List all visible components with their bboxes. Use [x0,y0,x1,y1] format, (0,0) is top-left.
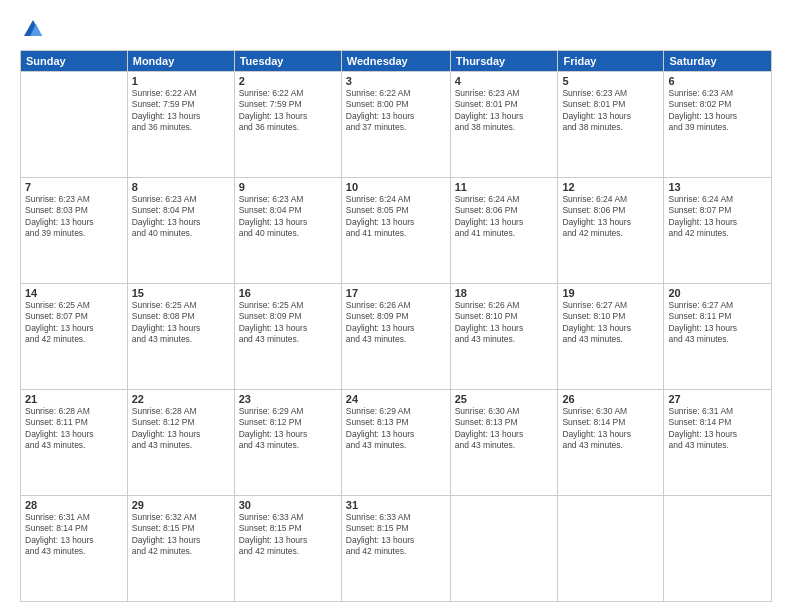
day-info: Sunrise: 6:31 AMSunset: 8:14 PMDaylight:… [668,406,767,452]
day-number: 30 [239,499,337,511]
day-info: Sunrise: 6:23 AMSunset: 8:03 PMDaylight:… [25,194,123,240]
day-info: Sunrise: 6:26 AMSunset: 8:09 PMDaylight:… [346,300,446,346]
day-number: 6 [668,75,767,87]
day-number: 13 [668,181,767,193]
day-number: 20 [668,287,767,299]
week-row-4: 21Sunrise: 6:28 AMSunset: 8:11 PMDayligh… [21,390,772,496]
day-info: Sunrise: 6:23 AMSunset: 8:01 PMDaylight:… [455,88,554,134]
day-cell: 3Sunrise: 6:22 AMSunset: 8:00 PMDaylight… [341,72,450,178]
day-header-monday: Monday [127,51,234,72]
day-cell: 14Sunrise: 6:25 AMSunset: 8:07 PMDayligh… [21,284,128,390]
week-row-1: 1Sunrise: 6:22 AMSunset: 7:59 PMDaylight… [21,72,772,178]
day-header-wednesday: Wednesday [341,51,450,72]
day-cell: 1Sunrise: 6:22 AMSunset: 7:59 PMDaylight… [127,72,234,178]
day-number: 24 [346,393,446,405]
day-cell: 2Sunrise: 6:22 AMSunset: 7:59 PMDaylight… [234,72,341,178]
day-cell: 29Sunrise: 6:32 AMSunset: 8:15 PMDayligh… [127,496,234,602]
day-info: Sunrise: 6:23 AMSunset: 8:02 PMDaylight:… [668,88,767,134]
day-cell: 24Sunrise: 6:29 AMSunset: 8:13 PMDayligh… [341,390,450,496]
calendar-header-row: SundayMondayTuesdayWednesdayThursdayFrid… [21,51,772,72]
day-info: Sunrise: 6:28 AMSunset: 8:12 PMDaylight:… [132,406,230,452]
day-header-sunday: Sunday [21,51,128,72]
day-info: Sunrise: 6:28 AMSunset: 8:11 PMDaylight:… [25,406,123,452]
day-info: Sunrise: 6:25 AMSunset: 8:07 PMDaylight:… [25,300,123,346]
day-info: Sunrise: 6:24 AMSunset: 8:07 PMDaylight:… [668,194,767,240]
day-number: 10 [346,181,446,193]
day-info: Sunrise: 6:33 AMSunset: 8:15 PMDaylight:… [239,512,337,558]
day-number: 29 [132,499,230,511]
day-cell [664,496,772,602]
day-cell: 16Sunrise: 6:25 AMSunset: 8:09 PMDayligh… [234,284,341,390]
day-cell: 11Sunrise: 6:24 AMSunset: 8:06 PMDayligh… [450,178,558,284]
week-row-5: 28Sunrise: 6:31 AMSunset: 8:14 PMDayligh… [21,496,772,602]
day-number: 18 [455,287,554,299]
day-cell: 13Sunrise: 6:24 AMSunset: 8:07 PMDayligh… [664,178,772,284]
calendar-table: SundayMondayTuesdayWednesdayThursdayFrid… [20,50,772,602]
day-number: 3 [346,75,446,87]
day-cell: 9Sunrise: 6:23 AMSunset: 8:04 PMDaylight… [234,178,341,284]
day-cell: 25Sunrise: 6:30 AMSunset: 8:13 PMDayligh… [450,390,558,496]
day-number: 23 [239,393,337,405]
day-number: 8 [132,181,230,193]
day-cell: 10Sunrise: 6:24 AMSunset: 8:05 PMDayligh… [341,178,450,284]
day-info: Sunrise: 6:24 AMSunset: 8:06 PMDaylight:… [455,194,554,240]
day-cell: 6Sunrise: 6:23 AMSunset: 8:02 PMDaylight… [664,72,772,178]
day-number: 9 [239,181,337,193]
day-number: 16 [239,287,337,299]
day-info: Sunrise: 6:29 AMSunset: 8:13 PMDaylight:… [346,406,446,452]
day-number: 28 [25,499,123,511]
day-number: 14 [25,287,123,299]
day-number: 25 [455,393,554,405]
day-info: Sunrise: 6:23 AMSunset: 8:04 PMDaylight:… [132,194,230,240]
day-info: Sunrise: 6:25 AMSunset: 8:08 PMDaylight:… [132,300,230,346]
day-info: Sunrise: 6:26 AMSunset: 8:10 PMDaylight:… [455,300,554,346]
day-info: Sunrise: 6:25 AMSunset: 8:09 PMDaylight:… [239,300,337,346]
day-cell [21,72,128,178]
day-cell: 8Sunrise: 6:23 AMSunset: 8:04 PMDaylight… [127,178,234,284]
day-cell: 26Sunrise: 6:30 AMSunset: 8:14 PMDayligh… [558,390,664,496]
page: SundayMondayTuesdayWednesdayThursdayFrid… [0,0,792,612]
day-header-friday: Friday [558,51,664,72]
day-info: Sunrise: 6:33 AMSunset: 8:15 PMDaylight:… [346,512,446,558]
day-cell: 4Sunrise: 6:23 AMSunset: 8:01 PMDaylight… [450,72,558,178]
day-header-thursday: Thursday [450,51,558,72]
day-number: 21 [25,393,123,405]
day-cell: 12Sunrise: 6:24 AMSunset: 8:06 PMDayligh… [558,178,664,284]
day-number: 7 [25,181,123,193]
day-info: Sunrise: 6:22 AMSunset: 7:59 PMDaylight:… [239,88,337,134]
day-info: Sunrise: 6:23 AMSunset: 8:01 PMDaylight:… [562,88,659,134]
header [20,18,772,40]
day-number: 15 [132,287,230,299]
day-cell: 31Sunrise: 6:33 AMSunset: 8:15 PMDayligh… [341,496,450,602]
day-cell: 21Sunrise: 6:28 AMSunset: 8:11 PMDayligh… [21,390,128,496]
day-number: 4 [455,75,554,87]
day-info: Sunrise: 6:23 AMSunset: 8:04 PMDaylight:… [239,194,337,240]
day-header-saturday: Saturday [664,51,772,72]
day-cell: 27Sunrise: 6:31 AMSunset: 8:14 PMDayligh… [664,390,772,496]
day-number: 26 [562,393,659,405]
day-cell [450,496,558,602]
day-info: Sunrise: 6:30 AMSunset: 8:13 PMDaylight:… [455,406,554,452]
day-cell: 17Sunrise: 6:26 AMSunset: 8:09 PMDayligh… [341,284,450,390]
day-cell: 5Sunrise: 6:23 AMSunset: 8:01 PMDaylight… [558,72,664,178]
day-info: Sunrise: 6:31 AMSunset: 8:14 PMDaylight:… [25,512,123,558]
logo [20,18,44,40]
day-number: 1 [132,75,230,87]
week-row-2: 7Sunrise: 6:23 AMSunset: 8:03 PMDaylight… [21,178,772,284]
day-info: Sunrise: 6:27 AMSunset: 8:11 PMDaylight:… [668,300,767,346]
day-number: 12 [562,181,659,193]
day-number: 19 [562,287,659,299]
day-cell: 7Sunrise: 6:23 AMSunset: 8:03 PMDaylight… [21,178,128,284]
day-cell: 15Sunrise: 6:25 AMSunset: 8:08 PMDayligh… [127,284,234,390]
day-cell: 30Sunrise: 6:33 AMSunset: 8:15 PMDayligh… [234,496,341,602]
day-number: 17 [346,287,446,299]
day-number: 31 [346,499,446,511]
day-info: Sunrise: 6:27 AMSunset: 8:10 PMDaylight:… [562,300,659,346]
day-number: 27 [668,393,767,405]
day-cell: 23Sunrise: 6:29 AMSunset: 8:12 PMDayligh… [234,390,341,496]
day-cell: 19Sunrise: 6:27 AMSunset: 8:10 PMDayligh… [558,284,664,390]
day-cell: 22Sunrise: 6:28 AMSunset: 8:12 PMDayligh… [127,390,234,496]
day-info: Sunrise: 6:24 AMSunset: 8:06 PMDaylight:… [562,194,659,240]
day-number: 5 [562,75,659,87]
day-info: Sunrise: 6:22 AMSunset: 7:59 PMDaylight:… [132,88,230,134]
